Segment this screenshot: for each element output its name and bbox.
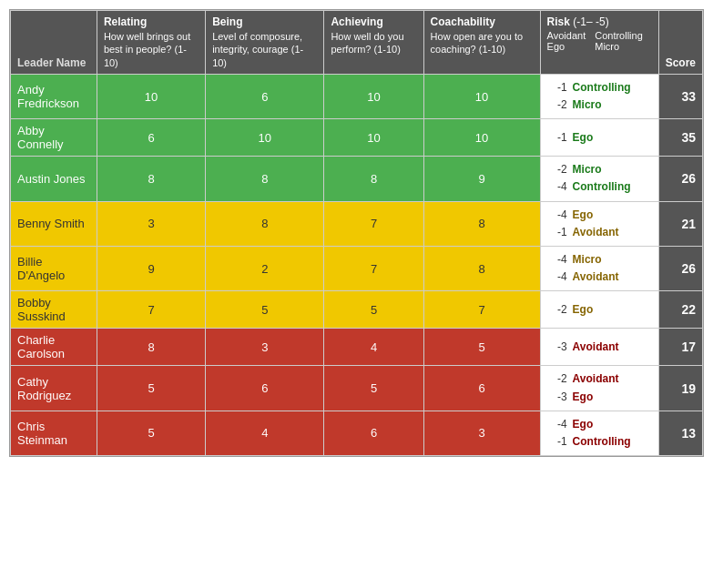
leader-name-cell: Bobby Susskind bbox=[11, 291, 97, 329]
being-cell: 5 bbox=[206, 291, 324, 329]
risk-cell: -1Ego bbox=[540, 119, 658, 157]
leader-name-cell: Billie D'Angelo bbox=[11, 247, 97, 291]
relating-cell: 6 bbox=[97, 119, 205, 157]
risk-header: Risk (-1– -5) AvoidantEgo ControllingMic… bbox=[540, 11, 658, 75]
achieving-subtitle: How well do you perform? (1-10) bbox=[331, 31, 403, 55]
being-cell: 6 bbox=[206, 74, 324, 118]
risk-number: -3 bbox=[547, 339, 567, 356]
leader-name-cell: Andy Fredrickson bbox=[11, 74, 97, 118]
score-cell: 21 bbox=[658, 201, 702, 246]
relating-cell: 8 bbox=[97, 329, 205, 366]
risk-number: -3 bbox=[547, 389, 567, 406]
risk-number: -2 bbox=[547, 96, 567, 114]
risk-number: -2 bbox=[547, 301, 567, 319]
achieving-cell: 5 bbox=[324, 366, 423, 411]
being-cell: 6 bbox=[206, 366, 324, 411]
score-cell: 26 bbox=[658, 157, 702, 201]
being-cell: 8 bbox=[206, 201, 324, 246]
relating-subtitle: How well brings out best in people? (1-1… bbox=[104, 31, 190, 68]
leader-name-header: Leader Name bbox=[11, 11, 97, 75]
leader-name-cell: Austin Jones bbox=[11, 157, 97, 201]
coachability-cell: 10 bbox=[423, 119, 540, 157]
risk-number: -1 bbox=[547, 129, 567, 147]
achieving-cell: 7 bbox=[324, 247, 423, 291]
score-cell: 22 bbox=[658, 291, 702, 329]
risk-number: -4 bbox=[547, 207, 567, 224]
risk-cell: -2Avoidant-3Ego bbox=[540, 366, 658, 411]
being-subtitle: Level of composure, integrity, courage (… bbox=[212, 31, 303, 68]
coachability-cell: 5 bbox=[423, 329, 540, 366]
relating-cell: 8 bbox=[97, 157, 205, 201]
coachability-cell: 3 bbox=[423, 411, 540, 455]
score-label: Score bbox=[666, 56, 696, 69]
leader-name-cell: Benny Smith bbox=[11, 201, 97, 246]
risk-label: Ego bbox=[573, 129, 594, 147]
being-cell: 8 bbox=[206, 157, 324, 201]
score-cell: 17 bbox=[658, 329, 702, 366]
achieving-title: Achieving bbox=[331, 15, 416, 28]
risk-number: -4 bbox=[547, 251, 567, 269]
risk-label: Ego bbox=[573, 389, 594, 406]
coachability-title: Coachability bbox=[431, 15, 534, 28]
achieving-cell: 10 bbox=[324, 119, 423, 157]
leader-name-cell: Cathy Rodriguez bbox=[11, 366, 97, 411]
risk-cell: -3Avoidant bbox=[540, 329, 658, 366]
score-cell: 26 bbox=[658, 247, 702, 291]
relating-cell: 10 bbox=[97, 74, 205, 118]
achieving-cell: 4 bbox=[324, 329, 423, 366]
risk-number: -4 bbox=[547, 416, 567, 433]
risk-cell: -2Ego bbox=[540, 291, 658, 329]
leader-name-label: Leader Name bbox=[17, 56, 86, 69]
table-row: Charlie Carolson8345-3Avoidant17 bbox=[11, 329, 703, 366]
risk-label: Controlling bbox=[573, 178, 631, 196]
risk-label: Avoidant bbox=[573, 370, 619, 388]
risk-label: Ego bbox=[573, 301, 594, 319]
relating-cell: 7 bbox=[97, 291, 205, 329]
score-header: Score bbox=[658, 11, 702, 75]
being-header: Being Level of composure, integrity, cou… bbox=[206, 11, 324, 75]
coachability-cell: 6 bbox=[423, 366, 540, 411]
risk-label: Micro bbox=[573, 161, 602, 178]
achieving-header: Achieving How well do you perform? (1-10… bbox=[324, 11, 423, 75]
being-cell: 3 bbox=[206, 329, 324, 366]
controlling-micro-label: ControllingMicro bbox=[595, 30, 643, 52]
score-cell: 13 bbox=[658, 411, 702, 455]
coachability-subtitle: How open are you to coaching? (1-10) bbox=[431, 31, 524, 55]
risk-number: -4 bbox=[547, 178, 567, 196]
table-row: Cathy Rodriguez5656-2Avoidant-3Ego19 bbox=[11, 366, 703, 411]
risk-number: -1 bbox=[547, 224, 567, 241]
risk-label: Controlling bbox=[573, 433, 631, 451]
score-cell: 33 bbox=[658, 74, 702, 118]
score-cell: 35 bbox=[658, 119, 702, 157]
leader-name-cell: Chris Steinman bbox=[11, 411, 97, 455]
risk-label: Avoidant bbox=[573, 224, 619, 241]
coachability-cell: 9 bbox=[423, 157, 540, 201]
risk-cell: -1Controlling-2Micro bbox=[540, 74, 658, 118]
relating-title: Relating bbox=[104, 15, 199, 28]
risk-cell: -4Ego-1Avoidant bbox=[540, 201, 658, 246]
risk-number: -4 bbox=[547, 269, 567, 286]
table-row: Bobby Susskind7557-2Ego22 bbox=[11, 291, 703, 329]
achieving-cell: 6 bbox=[324, 411, 423, 455]
leader-name-cell: Abby Connelly bbox=[11, 119, 97, 157]
relating-header: Relating How well brings out best in peo… bbox=[97, 11, 205, 75]
coachability-cell: 8 bbox=[423, 247, 540, 291]
relating-cell: 3 bbox=[97, 201, 205, 246]
coachability-cell: 7 bbox=[423, 291, 540, 329]
coachability-header: Coachability How open are you to coachin… bbox=[423, 11, 540, 75]
risk-label: Micro bbox=[573, 251, 602, 269]
risk-label: Avoidant bbox=[573, 339, 619, 356]
achieving-cell: 10 bbox=[324, 74, 423, 118]
achieving-cell: 5 bbox=[324, 291, 423, 329]
coachability-cell: 10 bbox=[423, 74, 540, 118]
table-row: Abby Connelly6101010-1Ego35 bbox=[11, 119, 703, 157]
table-row: Austin Jones8889-2Micro-4Controlling26 bbox=[11, 157, 703, 201]
risk-number: -2 bbox=[547, 370, 567, 388]
table-row: Billie D'Angelo9278-4Micro-4Avoidant26 bbox=[11, 247, 703, 291]
being-cell: 4 bbox=[206, 411, 324, 455]
coachability-cell: 8 bbox=[423, 201, 540, 246]
being-cell: 10 bbox=[206, 119, 324, 157]
risk-label: Micro bbox=[573, 96, 602, 114]
relating-cell: 5 bbox=[97, 411, 205, 455]
risk-label: Ego bbox=[573, 416, 594, 433]
